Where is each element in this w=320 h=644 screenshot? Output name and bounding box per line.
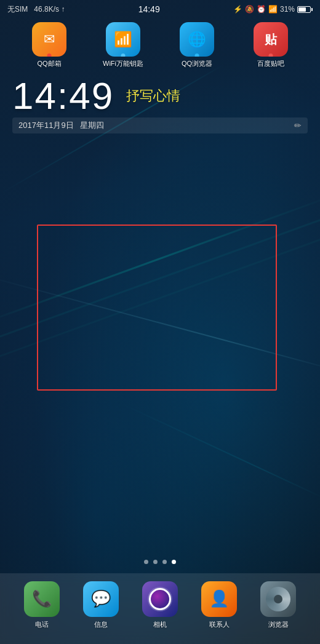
dock-item-browser[interactable]: 浏览器: [260, 581, 296, 629]
status-icons: ⚡ 🔕 ⏰ 📶 31%: [233, 5, 313, 14]
qq-browser-icon[interactable]: 🌐: [180, 22, 214, 57]
dock-item-contacts[interactable]: 👤 联系人: [201, 581, 237, 629]
app-item-qq-mail[interactable]: ✉ QQ邮箱: [25, 22, 74, 68]
app-row: ✉ QQ邮箱 📶 WiFi万能钥匙 🌐 QQ浏览器 贴 百度贴吧: [0, 17, 320, 71]
status-time: 14:49: [138, 4, 160, 14]
browser-label: 浏览器: [268, 620, 289, 629]
battery-percent: 31%: [280, 5, 295, 14]
clock-widget: 14:49 抒写心情 2017年11月9日 星期四 ✏: [0, 71, 320, 133]
bluetooth-icon: ⚡: [233, 5, 242, 14]
contacts-label: 联系人: [209, 620, 230, 629]
app-item-baidu-tieba[interactable]: 贴 百度贴吧: [246, 22, 295, 68]
phone-label: 电话: [35, 620, 49, 629]
clock-mood[interactable]: 抒写心情: [126, 87, 180, 105]
page-dot-2[interactable]: [153, 560, 158, 564]
clock-time[interactable]: 14:49: [12, 77, 114, 115]
status-carrier-speed: 无SIM 46.8K/s ↑: [7, 4, 65, 15]
clock-date: 2017年11月9日 星期四: [18, 120, 104, 131]
app-item-qq-browser[interactable]: 🌐 QQ浏览器: [172, 22, 222, 68]
message-app-icon[interactable]: 💬: [83, 581, 119, 617]
clock-date-row[interactable]: 2017年11月9日 星期四 ✏: [12, 117, 308, 133]
clock-edit-icon[interactable]: ✏: [294, 121, 302, 130]
dock-item-phone[interactable]: 📞 电话: [24, 581, 60, 629]
page-dot-3[interactable]: [162, 560, 167, 564]
camera-label: 相机: [153, 620, 167, 629]
dock-item-camera[interactable]: 相机: [142, 581, 178, 629]
dock: 📞 电话 💬 信息 相机 👤 联系人 浏览器: [0, 573, 320, 644]
wifi-icon: 📶: [268, 5, 278, 14]
wifi-key-icon[interactable]: 📶: [106, 22, 140, 57]
phone-app-icon[interactable]: 📞: [24, 581, 60, 617]
page-dot-1[interactable]: [144, 560, 148, 564]
page-dots: [0, 560, 320, 564]
qq-browser-label: QQ浏览器: [182, 59, 212, 68]
browser-app-icon[interactable]: [260, 581, 296, 617]
baidu-tieba-label: 百度贴吧: [257, 59, 284, 68]
dock-item-message[interactable]: 💬 信息: [83, 581, 119, 629]
page-dot-4-active[interactable]: [172, 560, 176, 564]
camera-app-icon[interactable]: [142, 581, 178, 617]
battery-icon: [297, 6, 313, 13]
contacts-app-icon[interactable]: 👤: [201, 581, 237, 617]
wifi-key-label: WiFi万能钥匙: [103, 59, 143, 68]
qq-mail-icon[interactable]: ✉: [32, 22, 66, 57]
qq-mail-label: QQ邮箱: [37, 59, 61, 68]
app-item-wifi-key[interactable]: 📶 WiFi万能钥匙: [98, 22, 148, 68]
baidu-tieba-icon[interactable]: 贴: [254, 22, 288, 57]
message-label: 信息: [94, 620, 108, 629]
alarm-icon: ⏰: [257, 5, 266, 14]
mute-icon: 🔕: [245, 5, 254, 14]
status-bar: 无SIM 46.8K/s ↑ 14:49 ⚡ 🔕 ⏰ 📶 31%: [0, 0, 320, 17]
